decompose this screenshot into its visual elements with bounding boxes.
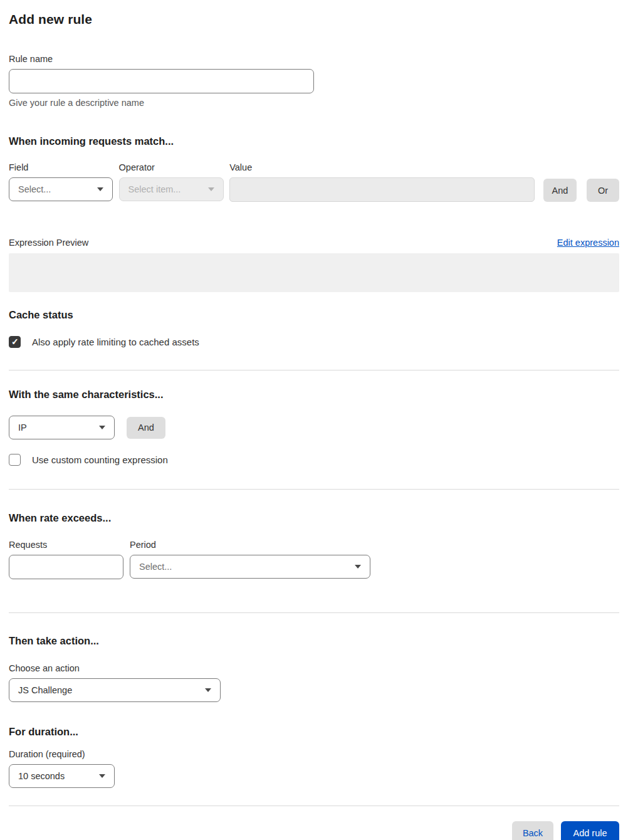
characteristic-select[interactable]: IP — [9, 416, 115, 439]
add-rule-button[interactable]: Add rule — [561, 821, 619, 840]
operator-label: Operator — [119, 162, 224, 172]
divider — [9, 370, 619, 370]
characteristic-select-value: IP — [18, 423, 27, 433]
page-title: Add new rule — [9, 0, 619, 27]
field-select-value: Select... — [18, 184, 51, 194]
characteristics-heading: With the same characteristics... — [9, 389, 619, 401]
check-icon: ✓ — [11, 337, 19, 347]
rule-name-section: Rule name Give your rule a descriptive n… — [9, 54, 619, 108]
characteristics-section: With the same characteristics... IP And … — [9, 389, 619, 466]
chevron-down-icon — [99, 426, 105, 429]
divider — [9, 612, 619, 613]
match-section: When incoming requests match... Field Se… — [9, 135, 619, 292]
action-section: Then take action... Choose an action JS … — [9, 635, 619, 702]
back-button[interactable]: Back — [512, 821, 553, 840]
requests-input[interactable] — [9, 555, 123, 579]
action-select-value: JS Challenge — [18, 685, 72, 695]
duration-section: For duration... Duration (required) 10 s… — [9, 726, 619, 788]
chevron-down-icon — [208, 187, 214, 191]
chevron-down-icon — [355, 565, 361, 569]
match-builder-row: Field Select... Operator Select item... … — [9, 162, 619, 202]
characteristics-and-button[interactable]: And — [127, 417, 165, 439]
field-column: Field Select... — [9, 162, 113, 202]
duration-select[interactable]: 10 seconds — [9, 764, 115, 788]
and-button[interactable]: And — [543, 179, 577, 202]
expression-preview-label: Expression Preview — [9, 238, 88, 248]
requests-label: Requests — [9, 540, 123, 550]
value-input[interactable] — [229, 177, 535, 202]
duration-label: Duration (required) — [9, 749, 619, 759]
requests-column: Requests — [9, 540, 123, 579]
divider — [9, 806, 619, 806]
operator-select-value: Select item... — [128, 184, 181, 194]
value-column: Value — [229, 162, 535, 202]
expression-preview-row: Expression Preview Edit expression — [9, 238, 619, 248]
cache-status-section: Cache status ✓ Also apply rate limiting … — [9, 309, 619, 348]
cache-checkbox[interactable]: ✓ — [9, 336, 21, 348]
field-select[interactable]: Select... — [9, 177, 113, 201]
rate-row: Requests Period Select... — [9, 540, 619, 579]
divider — [9, 489, 619, 490]
period-label: Period — [130, 540, 370, 550]
cache-checkbox-row: ✓ Also apply rate limiting to cached ass… — [9, 336, 619, 348]
conjunction-buttons: And Or — [543, 162, 619, 202]
cache-status-heading: Cache status — [9, 309, 619, 321]
operator-select[interactable]: Select item... — [119, 177, 224, 201]
match-heading: When incoming requests match... — [9, 135, 619, 147]
duration-heading: For duration... — [9, 726, 619, 738]
rule-name-label: Rule name — [9, 54, 619, 64]
duration-block: Duration (required) 10 seconds — [9, 749, 619, 788]
action-select[interactable]: JS Challenge — [9, 678, 221, 702]
duration-select-value: 10 seconds — [18, 771, 65, 781]
chevron-down-icon — [97, 187, 103, 191]
action-heading: Then take action... — [9, 635, 619, 647]
chevron-down-icon — [99, 774, 105, 778]
custom-counting-checkbox[interactable]: ✓ — [9, 454, 21, 466]
expression-preview-box — [9, 253, 619, 292]
cache-checkbox-label: Also apply rate limiting to cached asset… — [32, 337, 199, 347]
period-column: Period Select... — [130, 540, 370, 579]
custom-counting-label: Use custom counting expression — [32, 454, 168, 465]
rule-name-input[interactable] — [9, 69, 314, 93]
or-button[interactable]: Or — [587, 179, 619, 202]
rate-section: When rate exceeds... Requests Period Sel… — [9, 512, 619, 579]
rate-heading: When rate exceeds... — [9, 512, 619, 524]
period-select[interactable]: Select... — [130, 555, 370, 579]
custom-counting-row: ✓ Use custom counting expression — [9, 454, 619, 466]
chevron-down-icon — [205, 688, 211, 692]
action-block: Choose an action JS Challenge — [9, 663, 619, 702]
period-select-value: Select... — [139, 562, 172, 572]
edit-expression-link[interactable]: Edit expression — [557, 238, 619, 248]
value-label: Value — [229, 162, 535, 172]
field-label: Field — [9, 162, 113, 172]
rule-name-helper: Give your rule a descriptive name — [9, 98, 619, 108]
add-rule-form: Add new rule Rule name Give your rule a … — [0, 0, 628, 840]
operator-column: Operator Select item... — [119, 162, 224, 202]
choose-action-label: Choose an action — [9, 663, 619, 673]
characteristics-row: IP And — [9, 416, 619, 439]
footer-actions: Back Add rule — [9, 821, 619, 840]
